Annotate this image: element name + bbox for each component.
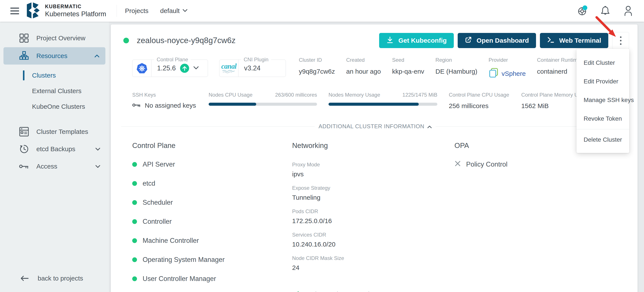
canal-logo: canal xyxy=(220,60,238,77)
nodes-memory-usage-value: 1225/1475 MiB xyxy=(402,92,437,98)
nav-projects-link[interactable]: Projects xyxy=(125,7,148,15)
sidebar-item-access[interactable]: Access xyxy=(0,158,109,175)
back-to-projects-label: back to projects xyxy=(38,275,83,282)
sidebar-item-label: Project Overview xyxy=(36,35,86,42)
external-link-icon xyxy=(465,36,472,45)
control-plane-version-label: Control Plane xyxy=(154,57,191,63)
control-plane-cpu-usage-block: Control Plane CPU Usage 256 millicores xyxy=(449,92,509,110)
x-icon xyxy=(454,160,461,169)
chevron-down-icon[interactable] xyxy=(194,66,199,70)
sidebar-item-label: Clusters xyxy=(32,72,56,79)
provider-field: Provider vSphere xyxy=(489,57,526,79)
sidebar-item-label: KubeOne Clusters xyxy=(32,103,85,110)
history-icon xyxy=(19,144,29,154)
notification-badge xyxy=(582,6,587,10)
control-plane-column: Control Plane API Server etcd Scheduler … xyxy=(132,141,292,292)
kubermatic-logo-icon xyxy=(27,3,40,19)
cni-plugin-label: CNI Plugin xyxy=(241,57,271,63)
control-plane-version-box[interactable]: Control Plane 1. xyxy=(132,60,208,77)
sidebar-item-etcd-backups[interactable]: etcd Backups xyxy=(0,140,109,158)
top-navbar: KUBERMATIC Kubernetes Platform Projects … xyxy=(0,0,644,22)
download-icon xyxy=(386,36,394,45)
sidebar-item-external-clusters[interactable]: External Clusters xyxy=(0,83,109,99)
sidebar-item-label: Access xyxy=(36,163,57,170)
menu-item-delete-cluster[interactable]: Delete Cluster xyxy=(576,130,629,149)
sidebar-item-label: etcd Backups xyxy=(36,145,75,153)
component-user-controller-manager: User Controller Manager xyxy=(132,269,292,288)
seed-field: Seed kkp-qa-env xyxy=(392,57,424,79)
sidebar-item-cluster-templates[interactable]: Cluster Templates xyxy=(0,123,109,140)
brand-text: KUBERMATIC Kubernetes Platform xyxy=(45,4,106,18)
pods-cidr-value: 172.25.0.0/16 xyxy=(292,217,454,225)
grid-icon xyxy=(19,33,29,43)
chevron-up-icon xyxy=(428,123,432,130)
hamburger-menu-icon[interactable] xyxy=(10,8,19,14)
menu-item-edit-cluster[interactable]: Edit Cluster xyxy=(576,54,629,72)
key-icon xyxy=(19,161,29,171)
cluster-health-dot xyxy=(123,38,129,43)
status-dot xyxy=(132,257,137,262)
feature-policy-control: Policy Control xyxy=(454,155,629,174)
nodes-cpu-usage-block: Nodes CPU Usage 263/600 millicores xyxy=(208,92,317,106)
nodes-memory-usage-bar xyxy=(328,103,437,106)
menu-divider xyxy=(576,129,629,129)
additional-info-toggle[interactable]: ADDITIONAL CLUSTER INFORMATION xyxy=(315,123,436,130)
terminal-icon xyxy=(547,36,554,45)
chevron-down-icon xyxy=(183,9,188,13)
cluster-summary-row: Control Plane 1. xyxy=(132,57,629,79)
additional-info-divider: ADDITIONAL CLUSTER INFORMATION xyxy=(121,123,629,130)
sidebar-item-resources[interactable]: Resources xyxy=(4,47,106,65)
services-cidr-value: 10.240.16.0/20 xyxy=(292,241,454,248)
region-field: Region DE (Hamburg) xyxy=(436,57,477,79)
cluster-name: zealous-noyce-y9q8g7cw6z xyxy=(137,36,236,45)
check-icon xyxy=(292,290,299,292)
brand-title: KUBERMATIC xyxy=(45,4,106,10)
ssh-keys-block: SSH Keys No assigned keys xyxy=(132,92,208,109)
status-dot xyxy=(132,276,137,281)
component-machine-controller: Machine Controller xyxy=(132,231,292,250)
sidebar-item-kubeone-clusters[interactable]: KubeOne Clusters xyxy=(0,99,109,114)
nodes-memory-usage-block: Nodes Memory Usage 1225/1475 MiB xyxy=(328,92,437,106)
upgrade-available-icon[interactable] xyxy=(180,64,189,73)
web-terminal-button[interactable]: Web Terminal xyxy=(540,33,608,48)
project-selector[interactable]: default xyxy=(160,7,188,15)
menu-item-manage-ssh-keys[interactable]: Manage SSH keys xyxy=(576,91,629,109)
kubernetes-logo-icon xyxy=(132,60,152,77)
sidebar-item-clusters[interactable]: Clusters xyxy=(0,68,109,83)
networking-column: Networking Proxy Mode ipvs Expose Strate… xyxy=(292,141,454,292)
sidebar-item-project-overview[interactable]: Project Overview xyxy=(0,30,109,47)
user-account-icon[interactable] xyxy=(623,5,634,17)
status-dot xyxy=(132,162,137,167)
node-cidr-mask-size-value: 24 xyxy=(292,264,454,271)
notifications-bell-icon[interactable] xyxy=(600,5,611,17)
component-api-server: API Server xyxy=(132,155,292,174)
kubermatic-logo[interactable]: KUBERMATIC Kubernetes Platform xyxy=(27,3,106,19)
menu-item-edit-provider[interactable]: Edit Provider xyxy=(576,72,629,91)
brand-subtitle: Kubernetes Platform xyxy=(45,10,106,18)
vsphere-icon xyxy=(489,68,498,79)
cluster-id-field: Cluster ID y9q8g7cw6z xyxy=(299,57,335,79)
cni-plugin-version: v3.24 xyxy=(244,64,260,72)
menu-item-revoke-token[interactable]: Revoke Token xyxy=(576,109,629,128)
feature-node-local-dns-cache: Node Local DNS Cache xyxy=(292,286,454,292)
back-to-projects-link[interactable]: back to projects xyxy=(0,270,109,286)
resources-sublist: Clusters External Clusters KubeOne Clust… xyxy=(0,68,109,114)
component-kubernetes-dashboard: Kubernetes Dashboard xyxy=(132,288,292,292)
component-etcd: etcd xyxy=(132,174,292,193)
sitemap-icon xyxy=(19,51,29,61)
cluster-meta-fields: Cluster ID y9q8g7cw6z Created an hour ag… xyxy=(299,57,580,79)
project-selector-value: default xyxy=(160,7,180,15)
chevron-up-icon xyxy=(94,55,99,57)
sidebar-item-label: Cluster Templates xyxy=(36,128,88,135)
get-kubeconfig-button[interactable]: Get Kubeconfig xyxy=(379,33,454,48)
status-dot xyxy=(132,238,137,243)
changelog-helm-icon[interactable] xyxy=(577,5,588,17)
expose-strategy-value: Tunneling xyxy=(292,194,454,201)
chevron-down-icon xyxy=(96,165,100,168)
cluster-actions: Get Kubeconfig Open Dashboard xyxy=(379,32,629,49)
open-dashboard-button[interactable]: Open Dashboard xyxy=(458,33,536,48)
cluster-more-actions-button[interactable] xyxy=(612,32,629,49)
cni-plugin-box: CNI Plugin canal v3.24 xyxy=(219,60,286,77)
ssh-key-icon xyxy=(132,102,141,109)
nodes-cpu-usage-value: 263/600 millicores xyxy=(275,92,317,98)
